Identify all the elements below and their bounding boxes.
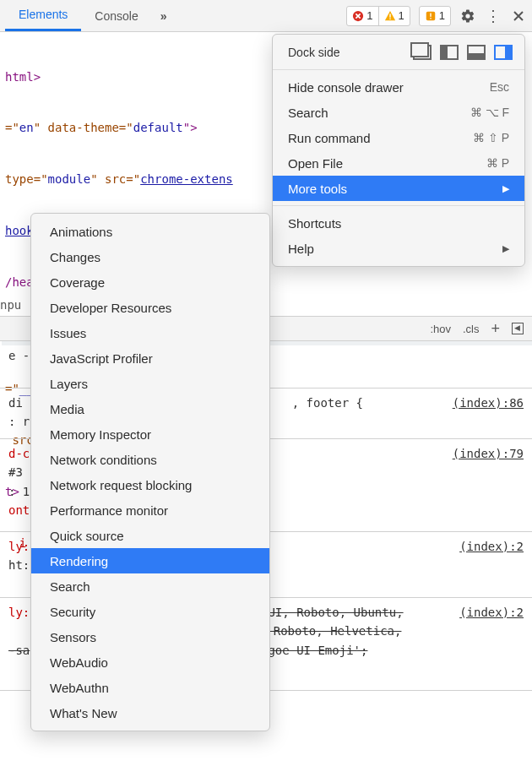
submenu-item-what-s-new[interactable]: What's New	[31, 700, 269, 725]
submenu-item-webauthn[interactable]: WebAuthn	[31, 675, 269, 700]
style-source-link[interactable]: (index):79	[453, 444, 524, 463]
submenu-item-network-conditions[interactable]: Network conditions	[31, 447, 269, 472]
main-menu: Dock side Hide console drawer Esc Search…	[272, 34, 525, 267]
menu-help[interactable]: Help ▶	[273, 236, 524, 261]
svg-rect-1	[389, 14, 390, 17]
code-frag: html>	[5, 70, 41, 84]
menu-search[interactable]: Search ⌘ ⌥ F	[273, 100, 524, 125]
settings-gear-icon[interactable]	[459, 8, 476, 24]
submenu-item-quick-source[interactable]: Quick source	[31, 523, 269, 548]
warning-count: 1	[399, 9, 404, 22]
menu-shortcuts[interactable]: Shortcuts	[273, 210, 524, 236]
submenu-item-javascript-profiler[interactable]: JavaScript Profiler	[31, 345, 269, 371]
submenu-item-network-request-blocking[interactable]: Network request blocking	[31, 472, 269, 497]
submenu-item-memory-inspector[interactable]: Memory Inspector	[31, 421, 269, 447]
menu-open-file[interactable]: Open File ⌘ P	[273, 150, 524, 176]
submenu-item-media[interactable]: Media	[31, 396, 269, 421]
submenu-arrow-icon: ▶	[502, 243, 509, 254]
dock-side-label: Dock side	[288, 46, 339, 59]
warning-badge[interactable]: 1	[378, 7, 410, 25]
more-tabs-chevron-icon[interactable]: »	[152, 0, 176, 31]
submenu-item-layers[interactable]: Layers	[31, 371, 269, 396]
submenu-item-search[interactable]: Search	[31, 573, 269, 599]
dock-side-row: Dock side	[273, 40, 524, 65]
dock-bottom-icon[interactable]	[467, 45, 486, 60]
hov-toggle[interactable]: :hov	[430, 323, 451, 335]
breadcrumb-fragment: npu	[0, 298, 21, 312]
svg-rect-2	[389, 18, 390, 19]
submenu-item-security[interactable]: Security	[31, 599, 269, 624]
menu-more-tools[interactable]: More tools ▶	[273, 176, 524, 201]
submenu-item-developer-resources[interactable]: Developer Resources	[31, 295, 269, 320]
menu-separator	[273, 205, 524, 206]
devtools-toolbar: Elements Console » 1 1 1 ⋮	[0, 0, 532, 32]
more-tools-submenu: AnimationsChangesCoverageDeveloper Resou…	[30, 213, 270, 731]
dock-left-icon[interactable]	[440, 45, 459, 60]
issues-badge[interactable]: 1	[419, 6, 451, 26]
issue-count: 1	[439, 9, 445, 22]
dock-undock-icon[interactable]	[413, 45, 432, 60]
submenu-arrow-icon: ▶	[502, 183, 509, 194]
error-badge[interactable]: 1	[347, 7, 377, 25]
error-count: 1	[366, 9, 372, 22]
error-icon	[352, 10, 364, 22]
warning-icon	[384, 10, 396, 22]
submenu-item-performance-monitor[interactable]: Performance monitor	[31, 497, 269, 523]
tab-strip: Elements Console »	[5, 0, 176, 31]
submenu-item-sensors[interactable]: Sensors	[31, 624, 269, 649]
menu-run-command[interactable]: Run command ⌘ ⇧ P	[273, 125, 524, 150]
submenu-item-changes[interactable]: Changes	[31, 244, 269, 269]
status-badges[interactable]: 1 1	[346, 6, 410, 26]
cls-toggle[interactable]: .cls	[463, 323, 480, 335]
svg-rect-5	[430, 18, 431, 19]
style-source-link[interactable]: (index):86	[453, 394, 524, 412]
new-style-rule-icon[interactable]: +	[491, 320, 500, 338]
menu-hide-console[interactable]: Hide console drawer Esc	[273, 74, 524, 100]
style-source-link[interactable]: (index):2	[459, 603, 524, 622]
submenu-item-coverage[interactable]: Coverage	[31, 269, 269, 295]
close-devtools-icon[interactable]	[510, 8, 527, 24]
submenu-item-animations[interactable]: Animations	[31, 219, 269, 244]
tab-console[interactable]: Console	[81, 0, 151, 31]
menu-separator	[273, 69, 524, 70]
svg-rect-4	[430, 13, 431, 16]
issue-icon	[425, 10, 437, 22]
submenu-item-rendering[interactable]: Rendering	[31, 548, 269, 573]
submenu-item-issues[interactable]: Issues	[31, 320, 269, 345]
tab-elements[interactable]: Elements	[5, 0, 81, 31]
submenu-item-webaudio[interactable]: WebAudio	[31, 649, 269, 675]
style-source-link[interactable]: (index):2	[459, 537, 524, 556]
dock-right-icon[interactable]	[494, 45, 513, 60]
kebab-menu-icon[interactable]: ⋮	[485, 8, 502, 24]
computed-panel-icon[interactable]	[512, 323, 524, 334]
